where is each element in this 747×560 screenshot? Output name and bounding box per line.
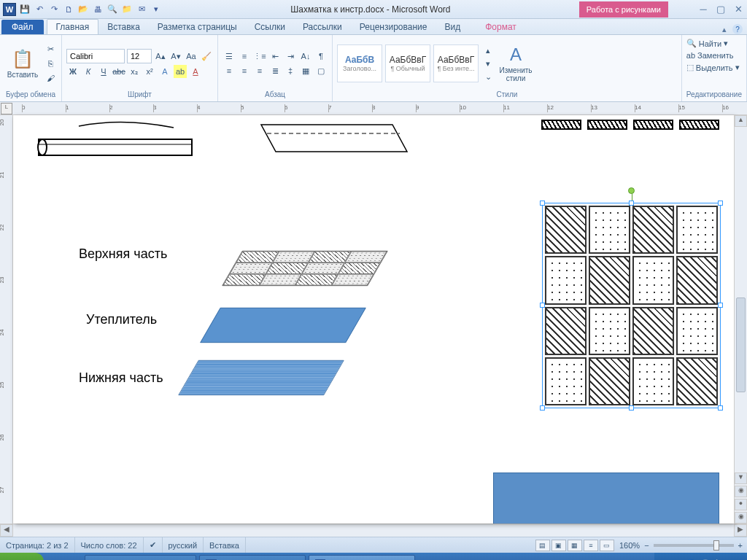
replace-button[interactable]: abЗаменить <box>686 50 740 61</box>
help-icon[interactable]: ? <box>732 24 743 34</box>
sort-icon[interactable]: A↓ <box>299 50 312 63</box>
zoom-slider[interactable] <box>654 544 734 547</box>
align-left-icon[interactable]: ≡ <box>222 64 236 77</box>
hscroll-left-icon[interactable]: ◀ <box>0 524 13 537</box>
style-up-icon[interactable]: ▴ <box>481 44 495 57</box>
superscript-button[interactable]: x² <box>143 65 156 78</box>
style-gallery-scroll[interactable]: ▴ ▾ ⌄ <box>481 44 495 83</box>
scroll-up-icon[interactable]: ▲ <box>735 115 747 127</box>
resize-handle-sw[interactable] <box>540 405 545 411</box>
folder-icon[interactable]: 📁 <box>121 4 133 15</box>
open-icon[interactable]: 📂 <box>77 4 89 15</box>
email-icon[interactable]: ✉ <box>136 4 147 15</box>
ie-icon[interactable]: e <box>47 556 63 560</box>
resize-handle-e[interactable] <box>718 303 723 308</box>
resize-handle-nw[interactable] <box>540 201 545 206</box>
style-more-icon[interactable]: ⌄ <box>481 70 495 83</box>
change-case-icon[interactable]: Aa <box>185 50 198 63</box>
style-nospacing[interactable]: АаБбВвГ ¶ Без инте... <box>433 44 479 82</box>
shading-icon[interactable]: ▦ <box>299 64 312 77</box>
tab-references[interactable]: Ссылки <box>246 20 294 34</box>
minimize-button[interactable]: ─ <box>697 4 709 15</box>
bullets-icon[interactable]: ☰ <box>222 50 236 63</box>
tab-format[interactable]: Формат <box>476 20 525 34</box>
copy-icon[interactable]: ⎘ <box>44 57 57 70</box>
resize-handle-w[interactable] <box>540 303 545 308</box>
selected-picture[interactable] <box>542 203 721 408</box>
select-button[interactable]: ⬚Выделить ▾ <box>686 62 740 73</box>
status-words[interactable]: Число слов: 22 <box>75 537 144 553</box>
indent-dec-icon[interactable]: ⇤ <box>268 50 282 63</box>
view-fullscreen-icon[interactable]: ▣ <box>551 540 566 551</box>
tab-file[interactable]: Файл <box>1 20 44 34</box>
task-explorer[interactable]: 📁D:\Documents\ШВЕИ ... <box>85 555 197 560</box>
view-print-layout-icon[interactable]: ▤ <box>535 540 550 551</box>
zoom-in-button[interactable]: + <box>738 541 747 550</box>
clear-format-icon[interactable]: 🧹 <box>200 50 213 63</box>
print-icon[interactable]: 🖶 <box>92 4 104 15</box>
find-button[interactable]: 🔍Найти ▾ <box>686 38 740 49</box>
shrink-font-icon[interactable]: A▾ <box>169 50 182 63</box>
tab-view[interactable]: Вид <box>436 20 469 34</box>
show-marks-icon[interactable]: ¶ <box>314 50 328 63</box>
redo-icon[interactable]: ↷ <box>48 4 60 15</box>
font-color-icon[interactable]: A <box>189 65 202 78</box>
undo-icon[interactable]: ↶ <box>34 4 45 15</box>
zoom-value[interactable]: 160% <box>615 541 644 550</box>
indent-inc-icon[interactable]: ⇥ <box>284 50 297 63</box>
view-web-icon[interactable]: ▦ <box>568 540 582 551</box>
italic-button[interactable]: К <box>82 65 95 78</box>
vertical-scrollbar[interactable]: ▲ ▼ ◉ ● ◉ <box>734 115 747 524</box>
change-styles-button[interactable]: A Изменить стили <box>498 44 534 82</box>
maximize-button[interactable]: ▢ <box>715 4 727 15</box>
hscroll-right-icon[interactable]: ▶ <box>734 524 747 537</box>
desktop-icon[interactable]: 🖥 <box>64 556 80 560</box>
style-normal[interactable]: АаБбВвГ ¶ Обычный <box>385 44 430 82</box>
tab-home[interactable]: Главная <box>47 19 99 34</box>
strike-button[interactable]: abc <box>112 65 125 78</box>
start-button[interactable]: ⊞ пуск <box>0 553 44 560</box>
zoom-out-button[interactable]: − <box>644 541 649 550</box>
align-center-icon[interactable]: ≡ <box>238 64 251 77</box>
next-page-icon[interactable]: ◉ <box>735 512 747 524</box>
scroll-down-icon[interactable]: ▼ <box>735 472 747 484</box>
tab-layout[interactable]: Разметка страницы <box>149 20 246 34</box>
resize-handle-n[interactable] <box>629 201 634 206</box>
rotate-handle[interactable] <box>628 187 635 194</box>
new-icon[interactable]: 🗋 <box>63 4 74 15</box>
status-proof-icon[interactable]: ✔ <box>144 537 163 553</box>
font-size-combo[interactable]: 12 <box>127 49 152 63</box>
status-page[interactable]: Страница: 2 из 2 <box>0 537 75 553</box>
justify-icon[interactable]: ≣ <box>268 64 282 77</box>
ribbon-minimize-icon[interactable]: ▴ <box>722 25 727 34</box>
save-icon[interactable]: 💾 <box>19 4 31 15</box>
style-heading[interactable]: АаБбВ Заголово... <box>337 44 382 82</box>
tab-mailings[interactable]: Рассылки <box>294 20 351 34</box>
tab-selector[interactable]: L <box>1 103 12 114</box>
style-down-icon[interactable]: ▾ <box>481 57 495 70</box>
borders-icon[interactable]: ▢ <box>314 64 328 77</box>
cut-icon[interactable]: ✂ <box>44 42 57 55</box>
tab-review[interactable]: Рецензирование <box>351 20 436 34</box>
prev-page-icon[interactable]: ◉ <box>735 486 747 497</box>
status-language[interactable]: русский <box>163 537 204 553</box>
grow-font-icon[interactable]: A▴ <box>154 50 167 63</box>
scroll-thumb[interactable] <box>736 298 746 392</box>
browse-object-icon[interactable]: ● <box>735 499 747 510</box>
view-outline-icon[interactable]: ≡ <box>584 540 598 551</box>
subscript-button[interactable]: x₂ <box>128 65 141 78</box>
page[interactable]: Верхняя часть Утеплитель Нижняя часть <box>13 115 734 524</box>
preview-icon[interactable]: 🔍 <box>107 4 118 15</box>
paste-button[interactable]: 📋 Вставить <box>4 38 41 89</box>
line-spacing-icon[interactable]: ‡ <box>284 64 297 77</box>
underline-button[interactable]: Ч <box>97 65 110 78</box>
horizontal-scrollbar[interactable]: ◀ ▶ <box>0 524 747 537</box>
font-name-combo[interactable]: Calibri <box>66 49 125 63</box>
task-word-2[interactable]: WШахматка к инстр.d... <box>309 555 415 560</box>
numbering-icon[interactable]: ≡ <box>238 50 251 63</box>
tab-insert[interactable]: Вставка <box>98 20 149 34</box>
close-button[interactable]: ✕ <box>732 4 744 15</box>
qat-more-icon[interactable]: ▾ <box>150 4 162 15</box>
task-word-1[interactable]: WИнстр карта я.docx ... <box>199 555 306 560</box>
vertical-ruler[interactable]: 2021222324252627 <box>0 115 13 524</box>
